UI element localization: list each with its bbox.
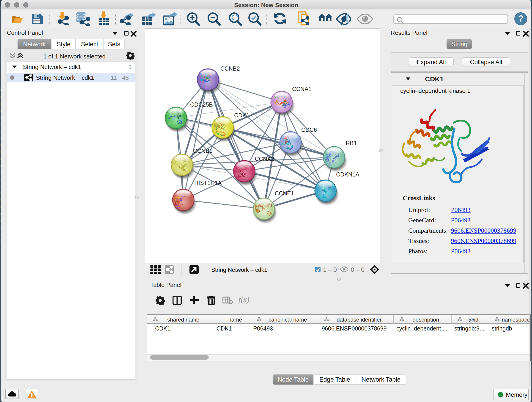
svg-text:CDK1: CDK1 — [234, 112, 249, 119]
svg-text:CDC6: CDC6 — [301, 127, 317, 133]
svg-text:HIST1H1A: HIST1H1A — [194, 180, 222, 186]
svg-text:CCNA2: CCNA2 — [255, 156, 274, 162]
svg-text:CCNA1: CCNA1 — [292, 86, 312, 92]
svg-text:CDC25B: CDC25B — [190, 101, 213, 108]
svg-text:CCNB1: CCNB1 — [193, 148, 213, 154]
svg-text:CCNE1: CCNE1 — [275, 190, 294, 196]
svg-text:RB1: RB1 — [346, 140, 357, 146]
svg-text:?: ? — [518, 14, 523, 23]
svg-text:CDKN1A: CDKN1A — [336, 171, 360, 178]
svg-text:CCNB2: CCNB2 — [220, 65, 240, 72]
